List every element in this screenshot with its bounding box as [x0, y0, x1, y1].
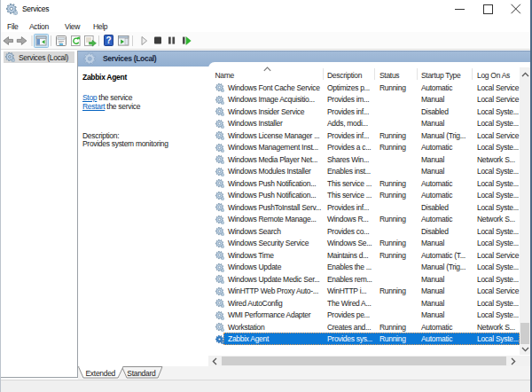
svg-text:?: ?: [106, 35, 112, 45]
